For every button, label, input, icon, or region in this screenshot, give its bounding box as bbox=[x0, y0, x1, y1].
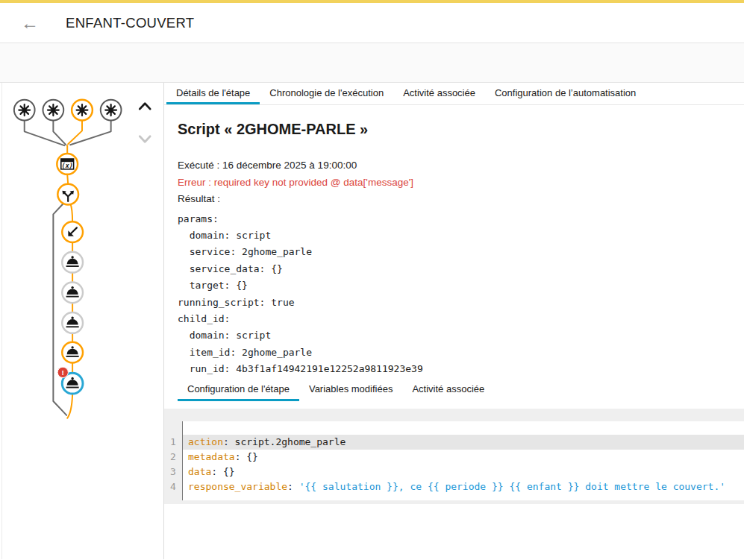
asterisk-icon bbox=[48, 104, 59, 116]
edge-active bbox=[67, 174, 68, 184]
asterisk-icon bbox=[105, 104, 116, 116]
edge-active bbox=[70, 203, 72, 221]
variables-node[interactable]: (x) bbox=[57, 154, 78, 174]
trace-tabs: Détails de l'étapeChronologie de l'exécu… bbox=[164, 83, 744, 105]
trace-graph: (x) bbox=[2, 83, 163, 560]
editor-code[interactable]: action: script.2ghome_parlemetadata: {}d… bbox=[182, 421, 744, 500]
result-yaml: params: domain: script service: 2ghome_p… bbox=[178, 211, 744, 378]
code-line-2[interactable]: metadata: {} bbox=[183, 450, 744, 465]
step-title: Script « 2GHOME-PARLE » bbox=[178, 121, 744, 138]
trace-detail-panel: Détails de l'étapeChronologie de l'exécu… bbox=[164, 83, 744, 559]
yaml-editor[interactable]: 1234 action: script.2ghome_parlemetadata… bbox=[164, 409, 744, 504]
editor-gutter: 1234 bbox=[164, 435, 182, 494]
line-number: 1 bbox=[164, 435, 182, 450]
trigger-2-node[interactable] bbox=[43, 100, 63, 121]
trace-tab-1[interactable]: Détails de l'étape bbox=[166, 83, 260, 104]
toolbar-spacer bbox=[0, 43, 744, 82]
line-number: 3 bbox=[164, 465, 182, 479]
service-call-2[interactable] bbox=[62, 282, 83, 303]
trace-tab-2[interactable]: Chronologie de l'exécution bbox=[260, 83, 393, 104]
step-tab-3[interactable]: Activité associée bbox=[402, 379, 494, 401]
step-tab-2[interactable]: Variables modifiées bbox=[299, 379, 402, 401]
trace-tab-4[interactable]: Configuration de l’automatisation bbox=[485, 83, 645, 104]
edge-trigger-3-active bbox=[68, 120, 82, 144]
service-call-4-active[interactable] bbox=[62, 342, 83, 363]
code-line-4[interactable]: response_variable: '{{ salutation }}, ce… bbox=[183, 479, 744, 494]
service-call-3[interactable] bbox=[62, 312, 83, 333]
executed-timestamp: Exécuté : 16 décembre 2025 à 19:00:00 bbox=[178, 157, 744, 174]
service-call-5-selected[interactable]: ! bbox=[57, 367, 83, 394]
edge-trigger-4 bbox=[70, 120, 110, 145]
service-call-1[interactable] bbox=[62, 252, 83, 273]
choose-node[interactable] bbox=[57, 184, 78, 205]
app-header: ← ENFANT-COUVERT bbox=[0, 3, 744, 43]
asterisk-icon bbox=[77, 104, 88, 116]
error-message: Erreur : required key not provided @ dat… bbox=[178, 174, 744, 192]
asterisk-icon bbox=[19, 104, 30, 116]
step-tab-1[interactable]: Configuration de l'étape bbox=[178, 379, 299, 401]
error-badge: ! bbox=[57, 367, 68, 377]
trace-graph-panel: (x) bbox=[1, 83, 164, 559]
trigger-4-node[interactable] bbox=[101, 100, 122, 121]
trigger-1-node[interactable] bbox=[14, 100, 35, 121]
step-config-tabs: Configuration de l'étapeVariables modifi… bbox=[178, 379, 744, 401]
edge-trigger-1 bbox=[25, 120, 65, 145]
svg-text:!: ! bbox=[62, 368, 64, 377]
trace-tab-3[interactable]: Activité associée bbox=[393, 83, 485, 104]
branch-enter-node[interactable] bbox=[62, 221, 83, 242]
back-button[interactable]: ← bbox=[21, 13, 40, 33]
line-number: 4 bbox=[164, 479, 182, 494]
chevron-down-icon[interactable] bbox=[140, 136, 150, 142]
code-line-3[interactable]: data: {} bbox=[183, 465, 744, 479]
edge-active-tail bbox=[67, 394, 72, 418]
svg-text:(x): (x) bbox=[62, 162, 73, 169]
code-line-1[interactable]: action: script.2ghome_parle bbox=[183, 435, 744, 450]
line-number: 2 bbox=[164, 450, 182, 465]
result-label: Résultat : bbox=[178, 191, 744, 208]
chevron-up-icon[interactable] bbox=[140, 104, 150, 109]
content-area: (x) bbox=[0, 82, 744, 559]
step-details: Script « 2GHOME-PARLE » Exécuté : 16 déc… bbox=[164, 121, 744, 401]
trigger-3-node-active[interactable] bbox=[72, 100, 93, 121]
variable-box-icon: (x) bbox=[61, 159, 74, 169]
edge-trigger-2 bbox=[53, 120, 66, 145]
page-title: ENFANT-COUVERT bbox=[66, 15, 194, 31]
